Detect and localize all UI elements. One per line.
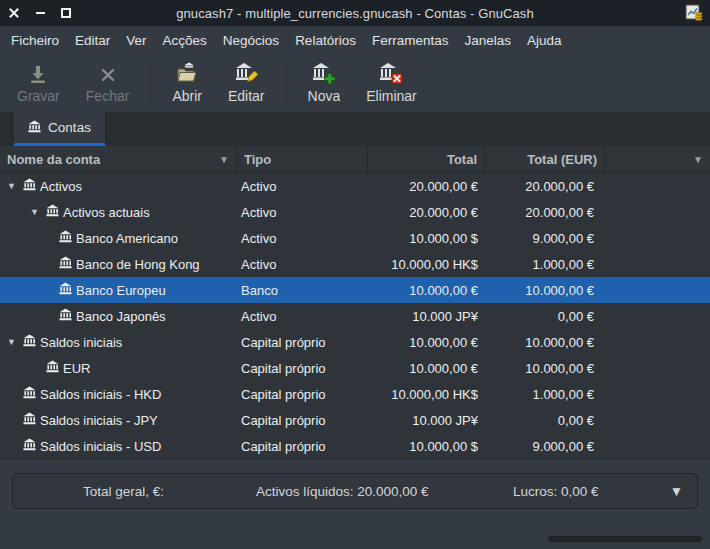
table-row[interactable]: Saldos iniciais - USD Capital próprio 10…: [0, 433, 710, 459]
close-tab-button[interactable]: Fechar: [73, 55, 143, 112]
profits-value: Lucros: 0,00 €: [513, 474, 599, 508]
account-total-cell: 10.000,00 HK$: [368, 257, 485, 272]
account-name-cell: Banco Europeu: [0, 282, 237, 298]
bank-icon-slot: [46, 360, 59, 376]
table-row[interactable]: Banco de Hong Kong Activo 10.000,00 HK$ …: [0, 251, 710, 277]
menu-item-5[interactable]: Relatórios: [287, 33, 364, 48]
account-type-cell: Capital próprio: [237, 387, 368, 402]
account-type-cell: Activo: [237, 257, 368, 272]
toolbar: Gravar Fechar Abrir: [0, 55, 710, 112]
window-title: gnucash7 - multiple_currencies.gnucash -…: [176, 6, 534, 21]
tab-bank-icon-slot: [28, 119, 41, 137]
account-type-cell: Banco: [237, 283, 368, 298]
expander-icon[interactable]: ▼: [4, 337, 19, 347]
table-row[interactable]: Saldos iniciais - JPY Capital próprio 10…: [0, 407, 710, 433]
new-account-button[interactable]: Nova: [295, 55, 354, 112]
account-total-eur-cell: 10.000,00 €: [485, 361, 605, 376]
maximize-window-icon[interactable]: [60, 7, 72, 19]
open-account-icon: [175, 61, 199, 85]
toolbar-separator: [150, 63, 151, 104]
bank-icon: [23, 386, 36, 399]
column-header-total[interactable]: Total: [368, 146, 485, 172]
account-name-cell: Saldos iniciais - JPY: [0, 412, 237, 428]
edit-account-icon: [234, 61, 258, 85]
menu-item-8[interactable]: Ajuda: [519, 33, 570, 48]
bank-icon-slot: [23, 386, 36, 402]
table-row[interactable]: Saldos iniciais - HKD Capital próprio 10…: [0, 381, 710, 407]
tab-label: Contas: [48, 120, 91, 135]
column-header-tipo[interactable]: Tipo: [237, 146, 368, 172]
table-row[interactable]: ▼ Activos actuais Activo 20.000,00 € 20.…: [0, 199, 710, 225]
menu-item-0[interactable]: Ficheiro: [3, 33, 67, 48]
table-row[interactable]: EUR Capital próprio 10.000,00 € 10.000,0…: [0, 355, 710, 381]
menu-item-1[interactable]: Editar: [67, 33, 118, 48]
table-row[interactable]: Banco Americano Activo 10.000,00 $ 9.000…: [0, 225, 710, 251]
account-total-eur-cell: 20.000,00 €: [485, 179, 605, 194]
bank-icon: [59, 230, 72, 243]
account-total-eur-cell: 10.000,00 €: [485, 283, 605, 298]
save-icon: [27, 61, 49, 85]
account-name-cell: Saldos iniciais - HKD: [0, 386, 237, 402]
expander-icon[interactable]: ▼: [4, 181, 19, 191]
minimize-window-icon[interactable]: [34, 7, 46, 19]
table-row[interactable]: ▼ Saldos iniciais Capital próprio 10.000…: [0, 329, 710, 355]
new-account-icon: [312, 61, 336, 85]
open-account-label: Abrir: [172, 88, 202, 104]
bank-icon-slot: [59, 282, 72, 298]
gnucash-app-icon: [685, 4, 703, 22]
account-total-eur-cell: 0,00 €: [485, 413, 605, 428]
account-name-cell: ▼ Activos: [0, 178, 237, 194]
account-type-cell: Activo: [237, 205, 368, 220]
account-name: Banco de Hong Kong: [76, 257, 200, 272]
account-name-cell: Banco Japonês: [0, 308, 237, 324]
menu-bar: FicheiroEditarVerAcçõesNegóciosRelatório…: [0, 26, 710, 55]
expander-icon[interactable]: ▼: [27, 207, 42, 217]
menu-item-7[interactable]: Janelas: [456, 33, 519, 48]
open-account-button[interactable]: Abrir: [159, 55, 215, 112]
menu-item-6[interactable]: Ferramentas: [364, 33, 457, 48]
account-name: Saldos iniciais - JPY: [40, 413, 158, 428]
column-label: Nome da conta: [7, 152, 100, 167]
table-row[interactable]: ▼ Activos Activo 20.000,00 € 20.000,00 €: [0, 173, 710, 199]
summary-dropdown-icon[interactable]: ▼: [670, 474, 683, 508]
account-name-cell: ▼ Activos actuais: [0, 204, 237, 220]
account-name-cell: Banco de Hong Kong: [0, 256, 237, 272]
new-account-label: Nova: [308, 88, 341, 104]
close-window-icon[interactable]: [8, 7, 20, 19]
notebook-tab-bar: Contas: [0, 112, 710, 146]
menu-item-3[interactable]: Acções: [155, 33, 215, 48]
delete-account-button[interactable]: Eliminar: [353, 55, 430, 112]
tab-contas[interactable]: Contas: [14, 112, 106, 146]
summary-bar: Total geral, €: Activos líquidos: 20.000…: [12, 473, 698, 509]
column-header-total-eur[interactable]: Total (EUR): [485, 146, 605, 172]
account-type-cell: Capital próprio: [237, 335, 368, 350]
column-label: Tipo: [244, 152, 271, 167]
account-name-cell: Banco Americano: [0, 230, 237, 246]
account-total-eur-cell: 9.000,00 €: [485, 231, 605, 246]
account-name: Banco Japonês: [76, 309, 166, 324]
column-header-nome-da-conta[interactable]: Nome da conta ▼: [0, 146, 237, 172]
account-total-eur-cell: 0,00 €: [485, 309, 605, 324]
table-row[interactable]: Banco Europeu Banco 10.000,00 € 10.000,0…: [0, 277, 710, 303]
menu-item-4[interactable]: Negócios: [215, 33, 287, 48]
toolbar-separator: [286, 63, 287, 104]
bank-icon-slot: [46, 204, 59, 220]
bank-icon-slot: [59, 308, 72, 324]
account-type-cell: Activo: [237, 179, 368, 194]
save-button[interactable]: Gravar: [4, 55, 73, 112]
close-tab-label: Fechar: [86, 88, 130, 104]
edit-account-button[interactable]: Editar: [215, 55, 278, 112]
bank-icon: [46, 360, 59, 373]
table-row[interactable]: Banco Japonês Activo 10.000 JP¥ 0,00 €: [0, 303, 710, 329]
column-menu-button[interactable]: ▼: [605, 146, 710, 172]
column-label: Total (EUR): [527, 152, 597, 167]
account-table-body: ▼ Activos Activo 20.000,00 € 20.000,00 €…: [0, 173, 710, 459]
account-total-cell: 10.000,00 €: [368, 361, 485, 376]
net-assets-value: Activos líquidos: 20.000,00 €: [256, 474, 429, 508]
bank-icon: [59, 256, 72, 269]
bank-icon: [28, 120, 41, 133]
menu-item-2[interactable]: Ver: [118, 33, 154, 48]
sort-arrow-icon: ▼: [219, 154, 229, 165]
column-label: Total: [447, 152, 477, 167]
account-type-cell: Capital próprio: [237, 439, 368, 454]
